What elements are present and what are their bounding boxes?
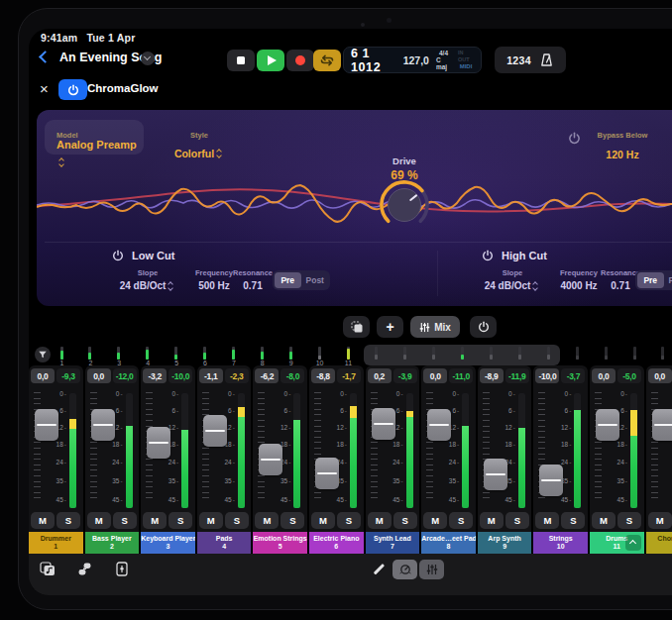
bypass-power-icon[interactable] <box>568 132 581 145</box>
fader-cap[interactable] <box>315 458 339 489</box>
pre-button[interactable]: Pre <box>275 272 301 288</box>
lcd-display[interactable]: 6 1 1012 127,0 4/4 C maj IN OUT MIDI <box>343 47 482 73</box>
plugins-icon[interactable] <box>76 561 93 577</box>
high-cut-power-icon[interactable] <box>482 250 494 261</box>
count-in-button[interactable]: 1234 <box>506 54 531 66</box>
duplicate-button[interactable] <box>343 316 370 338</box>
fader-value-readout[interactable]: 0,0 <box>31 368 55 383</box>
cycle-button[interactable] <box>313 50 341 71</box>
mute-button[interactable]: M <box>311 512 335 529</box>
track-name-bar[interactable]: Drums11 <box>590 532 644 554</box>
fader-cap[interactable] <box>147 427 170 459</box>
plugin-power-button[interactable] <box>58 79 87 100</box>
plugin-name[interactable]: ChromaGlow <box>87 82 159 94</box>
mute-button[interactable]: M <box>31 512 55 529</box>
bypass-below-control[interactable]: Bypass Below 120 Hz <box>588 124 657 162</box>
solo-button[interactable]: S <box>56 512 80 529</box>
low-cut-slope[interactable]: Slope 24 dB/Oct <box>116 268 179 291</box>
peak-level-readout[interactable]: -2,3 <box>225 368 249 383</box>
fader-value-readout[interactable]: 0,0 <box>87 368 111 383</box>
track-name-bar[interactable]: Bass Player2 <box>85 532 140 554</box>
mix-button[interactable]: Mix <box>410 316 460 338</box>
track-name-bar[interactable]: Strings10 <box>533 532 588 554</box>
close-icon[interactable]: × <box>40 82 49 96</box>
filter-button[interactable] <box>35 347 51 362</box>
faders-view-button[interactable] <box>419 560 444 579</box>
track-name-bar[interactable]: Emotion Strings5 <box>253 532 307 554</box>
pencil-icon[interactable] <box>374 564 385 574</box>
peak-level-readout[interactable]: -8,0 <box>280 368 304 383</box>
fader-cap[interactable] <box>427 409 451 441</box>
peak-level-readout[interactable]: -9,3 <box>56 368 80 383</box>
post-button[interactable]: Post <box>665 272 672 288</box>
high-cut-slope[interactable]: Slope 24 dB/Oct <box>481 268 544 291</box>
mute-button[interactable]: M <box>255 512 279 529</box>
solo-button[interactable]: S <box>280 512 304 529</box>
mute-button[interactable]: M <box>480 512 504 529</box>
browser-icon[interactable] <box>39 561 56 577</box>
add-track-button[interactable]: + <box>377 316 403 338</box>
record-button[interactable] <box>286 50 314 71</box>
peak-level-readout[interactable]: -11,0 <box>449 368 473 383</box>
knob-view-button[interactable] <box>392 560 417 579</box>
fader-value-readout[interactable]: -3,2 <box>143 368 167 383</box>
style-selector[interactable]: Style Colorful <box>160 124 239 161</box>
song-menu-button[interactable] <box>141 52 155 65</box>
peak-level-readout[interactable]: -10,0 <box>168 368 192 383</box>
mute-button[interactable]: M <box>143 512 167 529</box>
fader-value-readout[interactable]: -10,0 <box>535 368 559 383</box>
solo-button[interactable]: S <box>113 512 137 529</box>
mute-button[interactable]: M <box>368 512 392 529</box>
track-name-bar[interactable]: Pads4 <box>197 532 252 554</box>
track-name-bar[interactable]: Drummer1 <box>29 532 83 554</box>
fader-cap[interactable] <box>652 409 672 441</box>
solo-button[interactable]: S <box>225 512 249 529</box>
solo-button[interactable]: S <box>505 512 529 529</box>
play-button[interactable] <box>257 50 284 71</box>
fader-value-readout[interactable]: -1,1 <box>199 368 223 383</box>
model-selector[interactable]: Model Analog Preamp <box>45 120 144 155</box>
fader-value-readout[interactable]: 0,0 <box>423 368 447 383</box>
peak-level-readout[interactable]: -3,7 <box>561 368 585 383</box>
peak-level-readout[interactable]: -1,7 <box>337 368 361 383</box>
solo-button[interactable]: S <box>168 512 192 529</box>
mute-button[interactable]: M <box>87 512 111 529</box>
track-name-bar[interactable]: Electric Piano6 <box>309 532 364 554</box>
peak-level-readout[interactable]: -12,0 <box>113 368 137 383</box>
level-control[interactable]: Level 0.0 <box>653 124 672 162</box>
fader-cap[interactable] <box>372 408 395 440</box>
low-cut-power-icon[interactable] <box>112 250 124 261</box>
track-name-bar[interactable]: Keyboard Player3 <box>141 532 195 554</box>
mute-button[interactable]: M <box>592 512 616 529</box>
track-name-bar[interactable]: Chorus V <box>646 532 672 554</box>
fader-cap[interactable] <box>91 409 115 441</box>
pre-button[interactable]: Pre <box>637 272 664 288</box>
collapse-chevron-button[interactable] <box>625 535 641 551</box>
fader-value-readout[interactable]: 0,0 <box>648 368 672 383</box>
peak-level-readout[interactable]: -11,9 <box>505 368 529 383</box>
mute-button[interactable]: M <box>535 512 559 529</box>
solo-button[interactable]: S <box>337 512 361 529</box>
fader-cap[interactable] <box>203 415 227 447</box>
mute-button[interactable]: M <box>423 512 447 529</box>
drive-knob[interactable] <box>375 175 434 235</box>
track-name-bar[interactable]: Arcade…eet Pad8 <box>421 532 476 554</box>
back-chevron-icon[interactable] <box>39 51 52 63</box>
solo-button[interactable]: S <box>561 512 585 529</box>
solo-button[interactable]: S <box>449 512 473 529</box>
fader-value-readout[interactable]: -6,2 <box>255 368 279 383</box>
fader-panel-icon[interactable] <box>114 561 130 577</box>
fader-value-readout[interactable]: 0,2 <box>368 368 392 383</box>
fader-cap[interactable] <box>596 409 619 441</box>
post-button[interactable]: Post <box>302 272 329 288</box>
mute-button[interactable]: M <box>648 512 672 529</box>
fader-cap[interactable] <box>35 409 58 441</box>
fader-cap[interactable] <box>259 444 282 475</box>
mixer-power-button[interactable] <box>470 316 497 338</box>
stop-button[interactable] <box>227 50 255 71</box>
track-name-bar[interactable]: Synth Lead7 <box>366 532 420 554</box>
fader-value-readout[interactable]: 0,0 <box>592 368 616 383</box>
track-name-bar[interactable]: Arp Synth9 <box>478 532 532 554</box>
peak-level-readout[interactable]: -3,9 <box>393 368 417 383</box>
peak-level-readout[interactable]: -5,0 <box>617 368 641 383</box>
